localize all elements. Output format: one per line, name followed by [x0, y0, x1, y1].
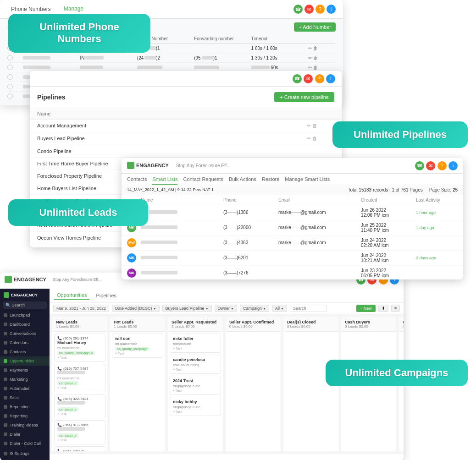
card-action[interactable]: + Task	[115, 352, 160, 355]
opp-card[interactable]: 📞(305) 291-3374 Michael Honey mi quarant…	[54, 334, 105, 362]
nav-icon-green2[interactable]: ☎	[293, 74, 302, 83]
topbar-nav-icons: ☎ ✉ ? i	[293, 5, 336, 14]
table-row: MK (3——)7276 Jun 23 202206:05 PM icm	[122, 266, 463, 280]
sidebar-item-payments[interactable]: Payments	[0, 366, 50, 375]
opp-card[interactable]: 2024 Trust engagency.io inc + Task	[170, 376, 221, 395]
add-number-button[interactable]: + Add Number	[294, 22, 336, 32]
smart-list-filter[interactable]: 14_MAY_2022_1_42_AM | 9-14-22 Pers NAT 1	[127, 187, 214, 192]
nav-icon-r3[interactable]: ✉	[426, 161, 435, 170]
opp-search-input[interactable]	[290, 305, 327, 312]
col-header-hot-leads: Hot Leads 1 Leads $0.00	[110, 317, 165, 332]
owner-filter[interactable]: Owner ▼	[215, 305, 237, 312]
pipeline-name: Condo Pipeline	[37, 148, 307, 154]
pipeline-row-actions[interactable]: ✏ 🗑	[307, 123, 334, 129]
sidebar-item-conversations[interactable]: Conversations	[0, 329, 50, 338]
sidebar-item-launchpad[interactable]: Launchpad	[0, 311, 50, 320]
tab-restore[interactable]: Restore	[262, 174, 280, 185]
pipeline-filter[interactable]: Buyers Lead Pipeline ▼	[162, 305, 212, 312]
card-detail: mi quarantine	[57, 346, 102, 350]
nav-icon-b3[interactable]: i	[448, 161, 458, 170]
row-actions[interactable]: ✏ 🗑	[308, 55, 336, 60]
nav-icon-blue2[interactable]: i	[326, 74, 335, 83]
date-range-filter[interactable]: Mar 9, 2021 - Jun 28, 2022	[53, 305, 109, 312]
card-action[interactable]: + Task	[173, 389, 218, 392]
row-actions[interactable]: ✏ 🗑	[308, 65, 336, 70]
sidebar-search[interactable]: 🔍 Search	[3, 301, 47, 309]
sidebar-item-calendars[interactable]: Calendars	[0, 338, 50, 347]
tab-phone-numbers[interactable]: Phone Numbers	[7, 4, 55, 14]
nav-icon-o3[interactable]: ?	[437, 161, 447, 170]
new-opportunity-button[interactable]: + New	[356, 305, 376, 312]
phone-icon: 📞	[57, 423, 62, 427]
export-button[interactable]: ⬇	[378, 305, 388, 312]
nav-icon-green[interactable]: ☎	[293, 5, 303, 14]
sidebar-item-automation[interactable]: Automation	[0, 384, 50, 393]
sidebar-item-settings[interactable]: ⚙ Settings	[0, 449, 33, 458]
pipeline-row-actions[interactable]: ✏ 🗑	[307, 136, 334, 142]
sidebar-item-contacts[interactable]: Contacts	[0, 347, 50, 356]
col-count: 0 Leads $0.00	[403, 324, 404, 329]
list-item[interactable]: Buyers Lead Pipeline ✏ 🗑	[30, 132, 342, 145]
opp-card[interactable]: candie penelosa cold caller hiring + Tas…	[170, 355, 221, 374]
tab-bulk-actions[interactable]: Bulk Actions	[229, 174, 256, 185]
cell-name	[80, 65, 135, 70]
card-action[interactable]: + Task	[57, 438, 102, 442]
sidebar-item-reputation[interactable]: Reputation	[0, 402, 50, 411]
view-toggle-button[interactable]: ≡	[391, 305, 400, 312]
row-select[interactable]	[7, 74, 13, 80]
campaign-filter[interactable]: Campaign ▼	[240, 305, 269, 312]
tab-opportunities[interactable]: Opportunities	[54, 291, 89, 300]
opp-card[interactable]: 📞(616) 707-5487 mi quarantine campaign_c…	[54, 364, 105, 392]
cell-forwarding: (95)1	[194, 55, 249, 60]
sidebar-item-reporting[interactable]: Reporting	[0, 411, 50, 421]
opp-card[interactable]: mike fuller foreclosure + Task	[170, 334, 221, 353]
page-size-label[interactable]: Page Size: 25	[429, 187, 458, 192]
card-action[interactable]: + Task	[57, 412, 102, 416]
opp-card[interactable]: nicky bobby engagency.io inc + Task	[170, 397, 221, 416]
tab-pipelines[interactable]: Pipelines	[93, 292, 119, 299]
sidebar-item-label: Dialer	[10, 432, 21, 437]
opp-logo: ENGAGENCY	[5, 276, 46, 283]
account-dropdown[interactable]: Stop Any Foreclosure Eff...	[176, 163, 231, 168]
nav-dot-dialer-coldcall	[4, 442, 7, 445]
opp-card[interactable]: 📞0912-894141 campaign_c + Task	[54, 446, 105, 451]
list-item[interactable]: Condo Pipeline	[30, 145, 342, 158]
card-action[interactable]: + Task	[173, 368, 218, 371]
nav-icon-orange[interactable]: ?	[315, 5, 325, 14]
tab-manage[interactable]: Manage	[60, 4, 87, 15]
row-actions[interactable]: ✏ 🗑	[308, 46, 336, 51]
opp-card[interactable]: will oon mi quarantine no_qualify_campai…	[112, 334, 163, 358]
sidebar-item-sites[interactable]: Sites	[0, 393, 50, 402]
sidebar-item-opportunities[interactable]: Opportunities	[0, 356, 50, 366]
tab-manage-smart-lists[interactable]: Manage Smart Lists	[285, 174, 330, 185]
sidebar-item-marketing[interactable]: Marketing	[0, 375, 50, 384]
opp-account-dropdown[interactable]: Stop Any Foreclosure Eff...	[53, 277, 102, 282]
sidebar-item-training-videos[interactable]: Training Videos	[0, 421, 50, 430]
opp-card[interactable]: 📞(686) 322-7424 campaign_c + Task	[54, 394, 105, 418]
card-action[interactable]: + Task	[173, 410, 218, 413]
card-action[interactable]: + Task	[57, 356, 102, 359]
nav-icon-blue[interactable]: i	[327, 5, 336, 14]
card-action[interactable]: + Task	[57, 386, 102, 389]
nav-icon-red[interactable]: ✉	[304, 5, 314, 14]
row-select[interactable]	[7, 93, 13, 99]
tab-contact-requests[interactable]: Contact Requests	[183, 174, 223, 185]
row-select[interactable]	[7, 65, 13, 70]
tab-contacts[interactable]: Contacts	[127, 174, 147, 185]
list-item[interactable]: Account Management ✏ 🗑	[30, 120, 342, 132]
card-action[interactable]: + Task	[173, 347, 218, 350]
nav-icon-g3[interactable]: ☎	[415, 161, 424, 170]
sidebar-item-dialer[interactable]: Dialer	[0, 430, 50, 439]
sidebar-item-dashboard[interactable]: Dashboard	[0, 320, 50, 329]
value-filter[interactable]: All ▼	[272, 305, 287, 312]
sidebar-item-dialer-coldcall[interactable]: Dialer - Cold Call	[0, 439, 50, 448]
nav-dot-launchpad	[4, 313, 7, 317]
create-pipeline-button[interactable]: + Create new pipeline	[274, 92, 334, 102]
opp-card[interactable]: 📞(954) 917-7866 campaign_c + Task	[54, 420, 105, 444]
row-select[interactable]	[7, 84, 13, 89]
tab-smart-lists[interactable]: Smart Lists	[152, 174, 177, 185]
row-select[interactable]	[7, 55, 13, 60]
date-added-filter[interactable]: Date Added (DESC) ▼	[112, 305, 159, 312]
nav-icon-orange2[interactable]: ?	[315, 74, 324, 83]
nav-icon-red2[interactable]: ✉	[304, 74, 313, 83]
